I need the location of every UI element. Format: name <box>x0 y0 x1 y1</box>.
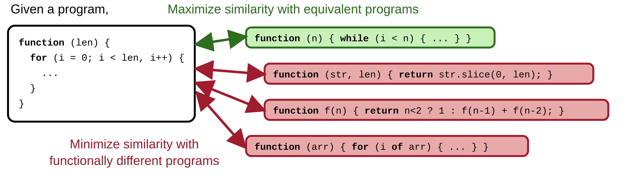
different-code-2: function f(n) { return n<2 ? 1 : f(n-1) … <box>273 106 600 116</box>
kw-of: of <box>392 142 403 152</box>
code-text: f(n) { <box>319 106 364 116</box>
arrow-red-3-icon <box>196 92 246 148</box>
minimize-line2: functionally different programs <box>50 154 219 168</box>
kw-return: return <box>399 70 433 80</box>
different-code-1: function (str, len) { return str.slice(0… <box>273 70 585 80</box>
kw-function: function <box>273 106 319 116</box>
svg-line-7 <box>198 94 243 146</box>
arrow-red-1-icon <box>196 65 264 80</box>
code-text: arr) { ... } } <box>403 142 489 152</box>
svg-line-5 <box>198 69 262 74</box>
code-text: n<2 ? 1 : f(n-1) + f(n-2); } <box>399 106 564 116</box>
code-text: ... <box>19 68 59 79</box>
minimize-line1: Minimize similarity with <box>70 137 199 151</box>
different-program-box-2: function f(n) { return n<2 ? 1 : f(n-1) … <box>264 99 609 121</box>
different-program-box-3: function (arr) { for (i of arr) { ... } … <box>245 135 529 157</box>
code-text: (len) { <box>64 38 110 48</box>
heading-minimize: Minimize similarity with functionally di… <box>50 136 219 169</box>
svg-line-2 <box>198 37 243 44</box>
kw-function: function <box>254 142 300 152</box>
code-text: (n) { <box>300 33 340 44</box>
kw-for: for <box>352 142 369 152</box>
equivalent-code: function (n) { while (i < n) { ... } } <box>254 33 486 44</box>
kw-return: return <box>364 106 399 116</box>
source-program-box: function (len) { for (i = 0; i < len, i+… <box>7 25 196 122</box>
kw-for: for <box>19 53 47 64</box>
code-text: (arr) { <box>300 142 352 152</box>
code-text: (i <box>369 142 392 152</box>
heading-maximize: Maximize similarity with equivalent prog… <box>168 2 419 16</box>
kw-function: function <box>19 38 64 48</box>
equivalent-program-box: function (n) { while (i < n) { ... } } <box>245 26 496 48</box>
kw-function: function <box>254 33 300 44</box>
heading-given: Given a program, <box>10 2 109 16</box>
kw-while: while <box>340 33 369 44</box>
code-text: (str, len) { <box>319 70 399 80</box>
code-text: } <box>19 83 36 94</box>
code-text: str.slice(0, len); } <box>433 70 553 80</box>
source-code: function (len) { for (i = 0; i < len, i+… <box>19 36 184 112</box>
code-text: } <box>19 98 24 110</box>
kw-function: function <box>273 70 319 80</box>
different-program-box-1: function (str, len) { return str.slice(0… <box>264 63 594 85</box>
different-code-3: function (arr) { for (i of arr) { ... } … <box>254 142 520 152</box>
arrow-green-icon <box>196 31 246 47</box>
code-text: (i < n) { ... } } <box>369 33 472 44</box>
code-text: (i = 0; i < len, i++) { <box>47 53 184 64</box>
